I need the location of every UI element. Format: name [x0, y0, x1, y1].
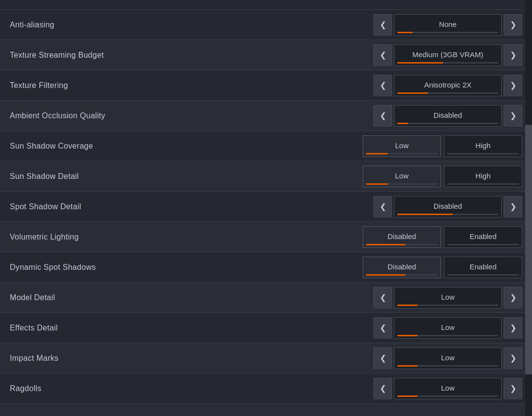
toggle-indicator-dynamic-spot-shadows-1	[366, 274, 438, 276]
left-arrow-texture-streaming-budget[interactable]: ❮	[373, 44, 392, 66]
indicator-texture-streaming-budget	[397, 62, 498, 64]
indicator-fill-texture-streaming-budget	[397, 62, 443, 64]
toggle-btn-volumetric-lighting-2[interactable]: Enabled	[444, 226, 522, 248]
left-arrow-texture-filtering[interactable]: ❮	[373, 75, 392, 96]
value-text-anti-aliasing: None	[439, 20, 457, 28]
toggle-btn-dynamic-spot-shadows-1[interactable]: Disabled	[363, 257, 441, 278]
indicator-fill-model-detail	[397, 305, 417, 306]
left-arrow-model-detail[interactable]: ❮	[373, 287, 392, 308]
indicator-fill-ambient-occlusion-quality	[397, 123, 408, 124]
control-sun-shadow-coverage: LowHigh	[328, 135, 522, 157]
value-box-texture-filtering: Anisotropic 2X	[394, 75, 502, 96]
toggle-indicator-sun-shadow-detail-1	[366, 183, 438, 185]
right-arrow-effects-detail[interactable]: ❯	[504, 317, 522, 339]
toggle-indicator-fill-volumetric-lighting-1	[366, 244, 405, 245]
control-texture-streaming-budget: ❮Medium (3GB VRAM)❯	[328, 44, 522, 66]
toggle-text-dynamic-spot-shadows-1: Disabled	[388, 263, 416, 271]
setting-row-anti-aliasing: Anti-aliasing❮None❯	[0, 10, 532, 40]
toggle-text-volumetric-lighting-2: Enabled	[469, 232, 496, 241]
toggle-indicator-dynamic-spot-shadows-2	[447, 274, 519, 276]
toggle-btn-sun-shadow-coverage-1[interactable]: Low	[363, 135, 441, 157]
label-volumetric-lighting: Volumetric Lighting	[10, 233, 328, 241]
toggle-text-sun-shadow-coverage-2: High	[476, 141, 491, 150]
value-box-impact-marks: Low	[394, 348, 502, 369]
toggle-btn-sun-shadow-detail-2[interactable]: High	[444, 166, 522, 187]
toggle-btn-dynamic-spot-shadows-2[interactable]: Enabled	[444, 257, 522, 278]
control-impact-marks: ❮Low❯	[328, 348, 522, 369]
value-box-model-detail: Low	[394, 287, 502, 308]
right-arrow-ragdolls[interactable]: ❯	[504, 378, 522, 399]
toggle-control-sun-shadow-coverage: LowHigh	[363, 135, 522, 157]
setting-row-ragdolls: Ragdolls❮Low❯	[0, 373, 532, 404]
right-arrow-ambient-occlusion-quality[interactable]: ❯	[504, 105, 522, 127]
scrollbar-thumb[interactable]	[525, 125, 532, 374]
value-box-texture-streaming-budget: Medium (3GB VRAM)	[394, 44, 502, 66]
indicator-model-detail	[397, 305, 498, 306]
toggle-indicator-fill-sun-shadow-coverage-1	[366, 153, 388, 154]
right-arrow-impact-marks[interactable]: ❯	[504, 348, 522, 369]
toggle-indicator-volumetric-lighting-2	[447, 244, 519, 245]
control-sun-shadow-detail: LowHigh	[328, 166, 522, 187]
value-text-effects-detail: Low	[441, 323, 455, 331]
indicator-spot-shadow-detail	[397, 214, 498, 215]
indicator-fill-effects-detail	[397, 335, 417, 336]
arrow-control-spot-shadow-detail: ❮Disabled❯	[373, 196, 522, 218]
arrow-control-effects-detail: ❮Low❯	[373, 317, 522, 339]
indicator-texture-filtering	[397, 92, 498, 94]
toggle-indicator-fill-sun-shadow-detail-1	[366, 183, 388, 185]
header-row	[0, 0, 532, 10]
indicator-fill-spot-shadow-detail	[397, 214, 453, 215]
toggle-indicator-sun-shadow-detail-2	[447, 183, 519, 185]
toggle-btn-volumetric-lighting-1[interactable]: Disabled	[363, 226, 441, 248]
setting-row-dynamic-spot-shadows: Dynamic Spot ShadowsDisabledEnabled	[0, 252, 532, 283]
setting-row-texture-filtering: Texture Filtering❮Anisotropic 2X❯	[0, 70, 532, 101]
right-arrow-model-detail[interactable]: ❯	[504, 287, 522, 308]
label-ragdolls: Ragdolls	[10, 384, 328, 393]
value-text-impact-marks: Low	[441, 353, 455, 362]
right-arrow-texture-filtering[interactable]: ❯	[504, 75, 522, 96]
control-spot-shadow-detail: ❮Disabled❯	[328, 196, 522, 218]
left-arrow-impact-marks[interactable]: ❮	[373, 348, 392, 369]
setting-row-ambient-occlusion-quality: Ambient Occlusion Quality❮Disabled❯	[0, 101, 532, 131]
toggle-btn-sun-shadow-coverage-2[interactable]: High	[444, 135, 522, 157]
control-anti-aliasing: ❮None❯	[328, 14, 522, 36]
label-sun-shadow-coverage: Sun Shadow Coverage	[10, 142, 328, 151]
indicator-ragdolls	[397, 395, 498, 397]
right-arrow-texture-streaming-budget[interactable]: ❯	[504, 44, 522, 66]
toggle-text-sun-shadow-coverage-1: Low	[395, 141, 409, 150]
settings-container: Anti-aliasing❮None❯Texture Streaming Bud…	[0, 0, 532, 416]
scrollbar[interactable]	[525, 0, 532, 416]
value-text-ragdolls: Low	[441, 384, 455, 392]
left-arrow-spot-shadow-detail[interactable]: ❮	[373, 196, 392, 218]
control-effects-detail: ❮Low❯	[328, 317, 522, 339]
arrow-control-model-detail: ❮Low❯	[373, 287, 522, 308]
toggle-btn-sun-shadow-detail-1[interactable]: Low	[363, 166, 441, 187]
right-arrow-anti-aliasing[interactable]: ❯	[504, 14, 522, 36]
control-ambient-occlusion-quality: ❮Disabled❯	[328, 105, 522, 127]
indicator-fill-anti-aliasing	[397, 32, 413, 33]
left-arrow-effects-detail[interactable]: ❮	[373, 317, 392, 339]
indicator-anti-aliasing	[397, 32, 498, 33]
indicator-fill-ragdolls	[397, 395, 417, 397]
toggle-indicator-sun-shadow-coverage-1	[366, 153, 438, 154]
toggle-text-dynamic-spot-shadows-2: Enabled	[469, 263, 496, 271]
setting-row-impact-marks: Impact Marks❮Low❯	[0, 343, 532, 373]
toggle-indicator-sun-shadow-coverage-2	[447, 153, 519, 154]
label-spot-shadow-detail: Spot Shadow Detail	[10, 202, 328, 211]
toggle-text-sun-shadow-detail-1: Low	[395, 172, 409, 180]
value-text-texture-streaming-budget: Medium (3GB VRAM)	[412, 50, 483, 59]
left-arrow-anti-aliasing[interactable]: ❮	[373, 14, 392, 36]
right-arrow-spot-shadow-detail[interactable]: ❯	[504, 196, 522, 218]
left-arrow-ragdolls[interactable]: ❮	[373, 378, 392, 399]
value-box-effects-detail: Low	[394, 317, 502, 339]
control-texture-filtering: ❮Anisotropic 2X❯	[328, 75, 522, 96]
toggle-control-volumetric-lighting: DisabledEnabled	[363, 226, 522, 248]
value-box-spot-shadow-detail: Disabled	[394, 196, 502, 218]
control-dynamic-spot-shadows: DisabledEnabled	[328, 257, 522, 278]
left-arrow-ambient-occlusion-quality[interactable]: ❮	[373, 105, 392, 127]
setting-row-effects-detail: Effects Detail❮Low❯	[0, 313, 532, 343]
toggle-indicator-fill-dynamic-spot-shadows-1	[366, 274, 405, 276]
arrow-control-impact-marks: ❮Low❯	[373, 348, 522, 369]
label-dynamic-spot-shadows: Dynamic Spot Shadows	[10, 263, 328, 272]
value-text-texture-filtering: Anisotropic 2X	[424, 81, 472, 89]
